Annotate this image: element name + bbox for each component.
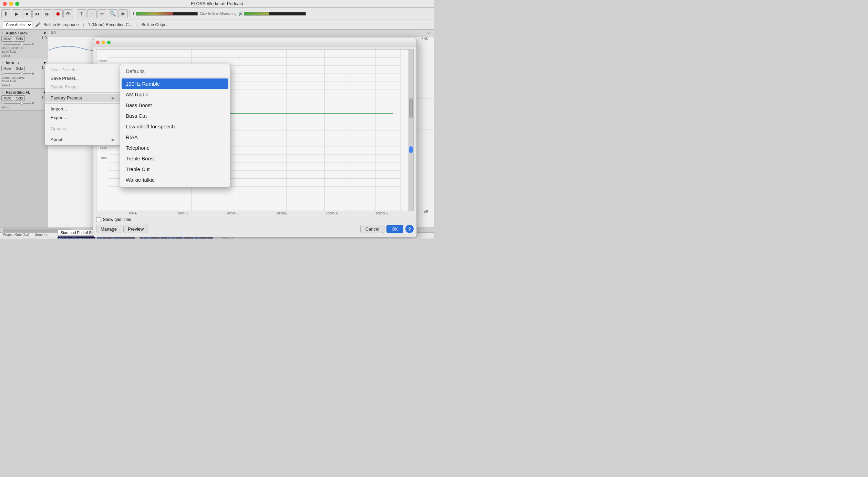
about-item[interactable]: About ▶ (45, 135, 120, 144)
preview-button[interactable]: Preview (123, 225, 148, 233)
preset-bass-cut[interactable]: Bass Cut (120, 110, 230, 121)
freq-label-3: 4000Hz (208, 212, 258, 215)
vol-slider-2[interactable] (4, 73, 31, 74)
device-row: Core Audio 🎤 Built-in Microphone | 1 (Mo… (0, 20, 434, 30)
preset-riaa[interactable]: RIAA (120, 132, 230, 142)
stop-button[interactable]: ■ (22, 9, 32, 18)
eq-vscroll-thumb[interactable] (409, 98, 413, 118)
track-close-2[interactable]: × (1, 61, 5, 64)
output-device-label: Built-in Output (142, 22, 168, 27)
eq-vscroll[interactable] (409, 50, 413, 211)
preset-treble-boost[interactable]: Treble Boost (120, 153, 230, 164)
multi-tool[interactable]: ✱ (118, 9, 128, 18)
toolbar-sep-2 (130, 10, 130, 17)
preset-100hz-rumble[interactable]: 100Hz Rumble (122, 78, 228, 89)
factory-presets-item[interactable]: Factory Presets ▶ (45, 94, 120, 102)
track-menu-1[interactable]: ▼ (43, 31, 46, 35)
main-toolbar: ⏸ ▶ ■ ⏮ ⏭ ⏺ ⟳ T ↕ ✏ 🔍 ✱ L Click to Start… (0, 8, 434, 20)
eq-close-btn[interactable] (96, 41, 100, 44)
close-button[interactable] (3, 2, 7, 6)
select-label-2: Select (1, 84, 10, 87)
window-title: FLOSS Werkstatt Podcast (191, 1, 243, 6)
zoom-tool[interactable]: 🔍 (108, 9, 117, 18)
input-meter: L (133, 12, 198, 16)
show-grid-label: Show grid lines (103, 217, 131, 222)
eq-title-bar (93, 38, 416, 46)
solo-btn-3[interactable]: Solo (14, 95, 25, 101)
show-grid-row: Show grid lines (96, 217, 131, 222)
lr-label-2: L (1, 72, 3, 75)
solo-btn-1[interactable]: Solo (14, 36, 25, 42)
track-gain-1: 1.0 (42, 36, 46, 42)
lr-label-1b: R (32, 42, 34, 46)
track-item-intro: × intro .1 ▼ Mute Solo 1.0 L R Stereo, 2… (0, 59, 48, 89)
svg-text:0dB: 0dB (101, 156, 107, 160)
mute-btn-1[interactable]: Mute (1, 36, 13, 42)
preset-am-radio[interactable]: AM Radio (120, 89, 230, 100)
device-sep2: | (136, 23, 137, 27)
draw-tool[interactable]: ✏ (97, 9, 107, 18)
submenu-header: Defaults (120, 66, 230, 76)
skip-back-button[interactable]: ⏮ (32, 9, 42, 18)
project-rate-field: Project Rate (Hz) (3, 233, 29, 238)
maximize-button[interactable] (15, 2, 19, 6)
record-button[interactable]: ⏺ (53, 9, 63, 18)
select-tool[interactable]: T (77, 9, 86, 18)
svg-text:+30dB: +30dB (98, 60, 107, 63)
export-item[interactable]: Export... (45, 113, 120, 122)
eq-max-btn[interactable] (107, 41, 111, 44)
track-name-1: Audio Track (6, 31, 28, 35)
manage-button[interactable]: Manage (96, 225, 121, 233)
vol-slider-1[interactable] (4, 44, 31, 45)
envelope-tool[interactable]: ↕ (87, 9, 97, 18)
snap-to-select[interactable]: Off (35, 237, 52, 238)
eq-vscroll-thumb2[interactable] (409, 146, 413, 153)
cancel-button[interactable]: Cancel (360, 225, 384, 233)
mute-btn-2[interactable]: Mute (1, 66, 13, 71)
db-label-bottom: - dB (422, 210, 428, 214)
click-monitor-label: Click to Start Monitoring (200, 12, 236, 15)
skip-fwd-button[interactable]: ⏭ (43, 9, 52, 18)
project-rate-input[interactable] (3, 237, 23, 238)
track-item-recording: × Recording FL ▼ Mute Solo 1.0 L R Mono (0, 89, 48, 111)
svg-text:+3dB: +3dB (100, 147, 107, 150)
solo-btn-2[interactable]: Solo (14, 66, 25, 71)
minimize-button[interactable] (9, 2, 13, 6)
import-item[interactable]: Import... (45, 105, 120, 113)
audio-system-select[interactable]: Core Audio (3, 21, 32, 28)
preset-telephone[interactable]: Telephone (120, 142, 230, 153)
track-info-2: Stereo, 24000Hz32-bit float (1, 76, 46, 83)
save-preset-item[interactable]: Save Preset... (45, 74, 120, 83)
play-button[interactable]: ▶ (12, 9, 21, 18)
device-sep: | (83, 23, 84, 27)
preset-bass-boost[interactable]: Bass Boost (120, 100, 230, 110)
mute-btn-3[interactable]: Mute (1, 95, 13, 101)
snap-to-field: Snap-To Off (35, 233, 52, 238)
eq-min-btn[interactable] (102, 41, 105, 44)
input-device-label: Built-in Microphone (43, 22, 79, 27)
show-grid-checkbox[interactable] (96, 217, 101, 222)
track-close-1[interactable]: × (1, 31, 5, 35)
eq-right-btns: Cancel OK ? (360, 225, 414, 233)
time-start-display[interactable]: 00 h 00 m 00.591 s (58, 236, 95, 239)
title-bar: FLOSS Werkstatt Podcast (0, 0, 434, 8)
track-name-2: intro (6, 61, 14, 65)
help-button[interactable]: ? (405, 225, 414, 233)
preset-walkie-talkie[interactable]: Walkie-talkie (120, 174, 230, 185)
window-controls (3, 2, 19, 6)
preset-treble-cut[interactable]: Treble Cut (120, 164, 230, 174)
factory-presets-arrow: ▶ (112, 96, 115, 100)
user-presets-item: User Presets (45, 65, 120, 74)
eq-left-btns: Manage Preview (96, 225, 148, 233)
pause-button[interactable]: ⏸ (1, 9, 11, 18)
project-rate-label: Project Rate (Hz) (3, 233, 29, 236)
lr-label-2b: R (32, 72, 34, 75)
vol-slider-3[interactable] (4, 103, 31, 104)
loop-button[interactable]: ⟳ (63, 9, 73, 18)
ok-button[interactable]: OK (386, 225, 403, 233)
track-close-3[interactable]: × (1, 91, 5, 94)
mic-icon[interactable]: 🎤 (35, 22, 41, 27)
preset-low-rolloff[interactable]: Low rolloff for speech (120, 121, 230, 132)
freq-label-4: 6100Hz (258, 212, 308, 215)
select-label-1: Select (1, 54, 10, 57)
